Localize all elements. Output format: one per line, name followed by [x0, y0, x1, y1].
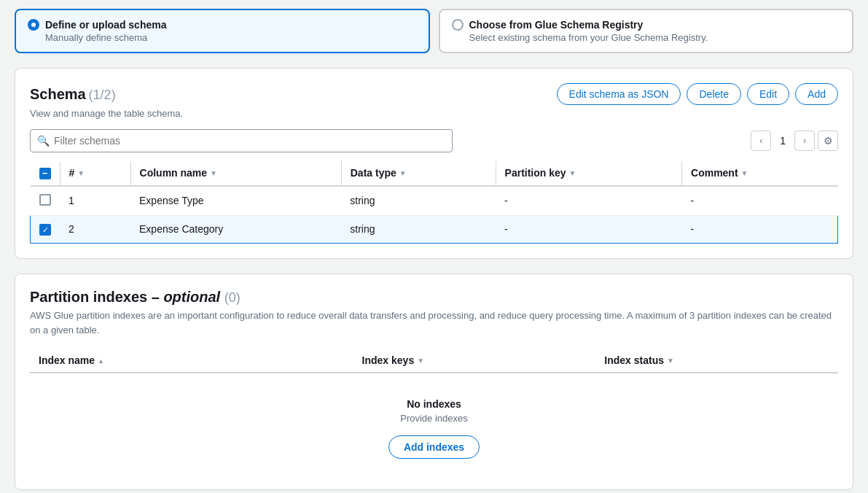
- col-header-index-keys[interactable]: Index keys ▼: [353, 349, 596, 373]
- no-indexes-container: No indexes Provide indexes Add indexes: [39, 381, 829, 467]
- select-all-header[interactable]: [31, 161, 60, 186]
- add-button[interactable]: Add: [795, 83, 838, 105]
- schema-table: # ▼ Column name ▼ Data type ▼ Partition …: [30, 161, 838, 244]
- col-header-partition-key[interactable]: Partition key ▼: [496, 161, 681, 186]
- sort-partkey-icon: ▼: [569, 169, 576, 177]
- card2-subtitle: Select existing schema from your Glue Sc…: [452, 32, 841, 43]
- row1-num: 1: [60, 186, 130, 216]
- row2-partition-key: -: [496, 215, 681, 244]
- glue-schema-registry-card[interactable]: Choose from Glue Schema Registry Select …: [439, 9, 854, 53]
- row2-checkbox[interactable]: [39, 224, 51, 236]
- sort-colname-icon: ▼: [210, 169, 217, 177]
- search-input[interactable]: [30, 129, 453, 152]
- col-header-column-name[interactable]: Column name ▼: [130, 161, 341, 186]
- schema-title: Schema: [30, 86, 86, 102]
- partition-title-text: Partition indexes: [30, 289, 147, 305]
- col-header-num[interactable]: # ▼: [60, 161, 130, 186]
- partition-count: (0): [224, 290, 241, 305]
- sort-datatype-icon: ▼: [399, 169, 407, 177]
- delete-button[interactable]: Delete: [687, 83, 740, 105]
- partition-description: AWS Glue partition indexes are an import…: [30, 308, 838, 337]
- col-header-comment[interactable]: Comment ▼: [682, 161, 838, 186]
- row2-comment: -: [682, 215, 838, 244]
- schema-panel: Schema (1/2) Edit schema as JSON Delete …: [15, 68, 853, 259]
- add-indexes-button[interactable]: Add indexes: [388, 435, 480, 459]
- row2-num: 2: [60, 215, 130, 244]
- next-page-button[interactable]: ›: [794, 131, 815, 151]
- row1-comment: -: [682, 186, 838, 216]
- partition-title: Partition indexes – optional (0): [30, 289, 838, 306]
- row1-partition-key: -: [496, 186, 681, 216]
- settings-button[interactable]: ⚙: [818, 131, 838, 151]
- schema-count: (1/2): [89, 88, 116, 102]
- row1-column-name: Expense Type: [130, 186, 341, 216]
- schema-header: Schema (1/2) Edit schema as JSON Delete …: [30, 83, 838, 105]
- define-upload-schema-card[interactable]: Define or upload schema Manually define …: [15, 9, 430, 53]
- prev-page-button[interactable]: ‹: [751, 131, 771, 151]
- col-header-data-type[interactable]: Data type ▼: [341, 161, 496, 186]
- card1-title: Define or upload schema: [45, 19, 166, 31]
- row2-column-name: Expense Category: [130, 215, 341, 244]
- sort-num-icon: ▼: [77, 169, 85, 177]
- sort-indexname-icon: [98, 357, 104, 365]
- schema-actions: Edit schema as JSON Delete Edit Add: [557, 83, 838, 105]
- row1-checkbox[interactable]: [39, 194, 51, 206]
- filter-row: 🔍 ‹ 1 › ⚙: [30, 129, 838, 152]
- col-header-index-name[interactable]: Index name: [30, 349, 353, 373]
- table-row[interactable]: 1 Expense Type string - -: [31, 186, 838, 216]
- card2-title: Choose from Glue Schema Registry: [469, 19, 644, 31]
- row1-checkbox-cell[interactable]: [31, 186, 60, 216]
- partition-section: Partition indexes – optional (0) AWS Glu…: [15, 273, 853, 490]
- partition-optional-text: optional: [163, 289, 220, 305]
- sort-indexstatus-icon: ▼: [667, 357, 674, 365]
- pagination-controls: ‹ 1 › ⚙: [751, 131, 838, 151]
- schema-title-group: Schema (1/2): [30, 86, 116, 103]
- col-header-index-status[interactable]: Index status ▼: [595, 349, 838, 373]
- table-row[interactable]: 2 Expense Category string - -: [31, 215, 838, 244]
- radio-unselected-icon: [452, 19, 464, 31]
- partition-table: Index name Index keys ▼ Index status ▼ N…: [30, 349, 838, 475]
- checkbox-minus[interactable]: [39, 168, 51, 179]
- row1-data-type: string: [341, 186, 496, 216]
- schema-subtitle: View and manage the table schema.: [30, 108, 838, 119]
- edit-schema-json-button[interactable]: Edit schema as JSON: [557, 83, 681, 105]
- schema-source-section: Define or upload schema Manually define …: [15, 9, 853, 53]
- search-icon: 🔍: [37, 135, 50, 147]
- sort-indexkeys-icon: ▼: [417, 357, 424, 365]
- card1-subtitle: Manually define schema: [28, 32, 417, 43]
- sort-comment-icon: ▼: [741, 169, 748, 177]
- row2-checkbox-cell[interactable]: [31, 215, 60, 244]
- row2-data-type: string: [341, 215, 496, 244]
- search-wrapper: 🔍: [30, 129, 453, 152]
- edit-button[interactable]: Edit: [747, 83, 789, 105]
- no-indexes-title: No indexes: [39, 398, 829, 410]
- no-indexes-subtitle: Provide indexes: [39, 413, 829, 424]
- page-number: 1: [774, 135, 791, 147]
- radio-selected-icon: [28, 19, 39, 31]
